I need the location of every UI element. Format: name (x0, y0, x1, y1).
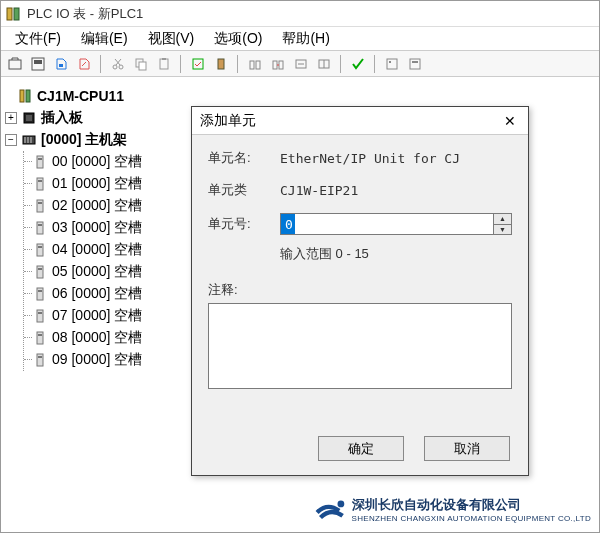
remarks-input[interactable] (208, 303, 512, 389)
svg-rect-41 (38, 246, 42, 248)
expander-icon[interactable]: + (5, 112, 17, 124)
unit-no-label: 单元号: (208, 215, 280, 233)
svg-rect-47 (38, 312, 42, 314)
toolbar-btn-16[interactable] (405, 54, 425, 74)
unit-type-label: 单元类 (208, 181, 280, 199)
dialog-titlebar: 添加单元 ✕ (192, 107, 528, 135)
close-icon[interactable]: ✕ (500, 111, 520, 131)
slot-icon (32, 264, 48, 280)
svg-rect-27 (26, 115, 32, 121)
slot-label: 08 [0000] 空槽 (52, 329, 142, 347)
unit-no-spinner[interactable]: ▲ ▼ (494, 213, 512, 235)
slot-icon (32, 352, 48, 368)
board-icon (21, 110, 37, 126)
toolbar-btn-11[interactable] (268, 54, 288, 74)
menu-view[interactable]: 视图(V) (138, 28, 205, 50)
svg-rect-4 (34, 60, 42, 64)
unit-no-input[interactable] (280, 213, 494, 235)
slot-icon (32, 176, 48, 192)
cpu-icon (17, 88, 33, 104)
svg-rect-31 (30, 137, 32, 143)
expander-icon[interactable]: − (5, 134, 17, 146)
svg-rect-46 (37, 310, 43, 322)
menu-file[interactable]: 文件(F) (5, 28, 71, 50)
slot-label: 07 [0000] 空槽 (52, 307, 142, 325)
svg-rect-11 (162, 58, 166, 60)
toolbar-btn-2[interactable] (28, 54, 48, 74)
svg-rect-10 (160, 59, 168, 69)
slot-label: 09 [0000] 空槽 (52, 351, 142, 369)
svg-rect-12 (193, 59, 203, 69)
svg-rect-15 (256, 61, 260, 69)
toolbar-separator (374, 55, 376, 73)
app-icon (5, 6, 21, 22)
dialog-body: 单元名: EtherNet/IP Unit for CJ 单元类 CJ1W-EI… (192, 135, 528, 426)
menu-options[interactable]: 选项(O) (204, 28, 272, 50)
toolbar-check-icon[interactable] (348, 54, 368, 74)
svg-rect-39 (38, 224, 42, 226)
toolbar-btn-4[interactable] (74, 54, 94, 74)
tree-root-cpu[interactable]: CJ1M-CPU11 (5, 85, 595, 107)
svg-rect-23 (412, 61, 418, 63)
spinner-up-icon[interactable]: ▲ (494, 214, 511, 225)
svg-rect-20 (387, 59, 397, 69)
add-unit-dialog: 添加单元 ✕ 单元名: EtherNet/IP Unit for CJ 单元类 … (191, 106, 529, 476)
range-hint: 输入范围 0 - 15 (280, 245, 512, 263)
svg-rect-34 (37, 178, 43, 190)
unit-name-label: 单元名: (208, 149, 280, 167)
toolbar-btn-12[interactable] (291, 54, 311, 74)
slot-label: 06 [0000] 空槽 (52, 285, 142, 303)
slot-label: 05 [0000] 空槽 (52, 263, 142, 281)
svg-rect-13 (218, 59, 224, 69)
svg-rect-9 (139, 62, 146, 70)
watermark-cn: 深圳长欣自动化设备有限公司 (352, 496, 591, 514)
slot-label: 04 [0000] 空槽 (52, 241, 142, 259)
svg-point-52 (337, 501, 344, 508)
menu-edit[interactable]: 编辑(E) (71, 28, 138, 50)
slot-icon (32, 286, 48, 302)
toolbar-cut-icon[interactable] (108, 54, 128, 74)
svg-rect-49 (38, 334, 42, 336)
svg-rect-14 (250, 61, 254, 69)
svg-rect-35 (38, 180, 42, 182)
toolbar-btn-13[interactable] (314, 54, 334, 74)
rack-icon (21, 132, 37, 148)
svg-rect-25 (26, 90, 30, 102)
svg-rect-17 (279, 61, 283, 69)
svg-rect-36 (37, 200, 43, 212)
spinner-down-icon[interactable]: ▼ (494, 225, 511, 235)
slot-icon (32, 242, 48, 258)
slot-icon (32, 330, 48, 346)
svg-rect-16 (273, 61, 277, 69)
svg-rect-48 (37, 332, 43, 344)
svg-rect-24 (20, 90, 24, 102)
svg-rect-44 (37, 288, 43, 300)
ok-button[interactable]: 确定 (318, 436, 404, 461)
toolbar-btn-8[interactable] (188, 54, 208, 74)
svg-rect-22 (410, 59, 420, 69)
slot-icon (32, 308, 48, 324)
toolbar-paste-icon[interactable] (154, 54, 174, 74)
slot-label: 03 [0000] 空槽 (52, 219, 142, 237)
svg-rect-0 (7, 8, 12, 20)
toolbar-btn-1[interactable] (5, 54, 25, 74)
remarks-label: 注释: (208, 281, 512, 299)
svg-rect-37 (38, 202, 42, 204)
toolbar-btn-3[interactable] (51, 54, 71, 74)
logo-icon (312, 492, 346, 526)
toolbar-separator (180, 55, 182, 73)
svg-rect-21 (389, 61, 391, 63)
slot-icon (32, 154, 48, 170)
toolbar-separator (237, 55, 239, 73)
svg-rect-43 (38, 268, 42, 270)
svg-rect-40 (37, 244, 43, 256)
cancel-button[interactable]: 取消 (424, 436, 510, 461)
toolbar-btn-10[interactable] (245, 54, 265, 74)
dialog-buttons: 确定 取消 (192, 426, 528, 475)
slot-icon (32, 198, 48, 214)
toolbar-copy-icon[interactable] (131, 54, 151, 74)
menu-help[interactable]: 帮助(H) (272, 28, 339, 50)
toolbar-btn-15[interactable] (382, 54, 402, 74)
svg-rect-38 (37, 222, 43, 234)
toolbar-btn-9[interactable] (211, 54, 231, 74)
